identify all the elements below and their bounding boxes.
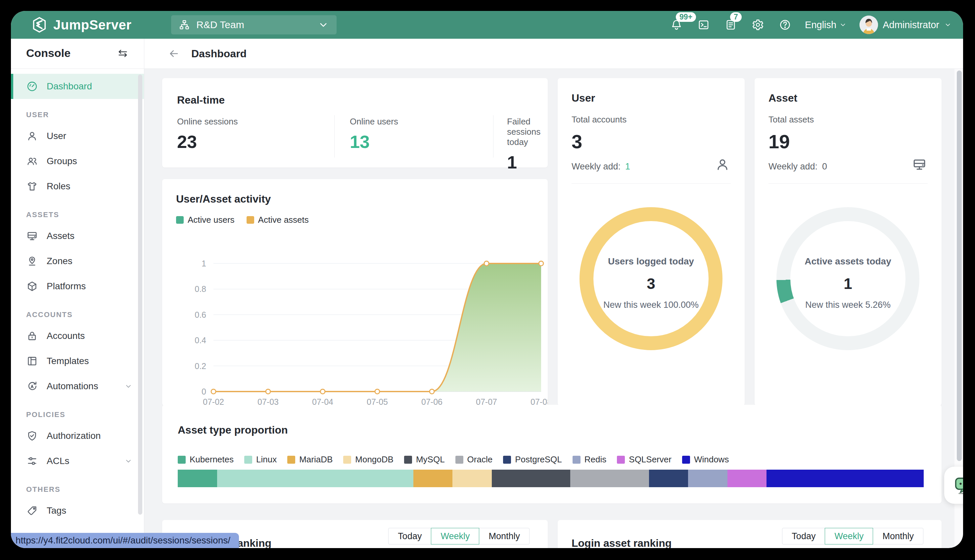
total-accounts-value: 3	[572, 130, 582, 153]
bar-segment-redis[interactable]	[688, 470, 727, 487]
org-switcher[interactable]: R&D Team	[171, 15, 337, 34]
bar-segment-oracle[interactable]	[570, 470, 649, 487]
legend-item-linux[interactable]: Linux	[244, 454, 277, 465]
legend-item-oracle[interactable]: Oracle	[455, 454, 493, 465]
period-tabs: TodayWeeklyMonthly	[388, 528, 530, 545]
bar-segment-kubernetes[interactable]	[178, 470, 217, 487]
bar-segment-mysql[interactable]	[492, 470, 570, 487]
legend-item-mysql[interactable]: MySQL	[404, 454, 445, 465]
sidebar-item-automations[interactable]: Automations	[11, 374, 144, 399]
top-bar: JumpServer R&D Team 99+ 7	[11, 11, 963, 39]
settings-button[interactable]	[751, 18, 765, 32]
active-assets-donut-chart: Active assets today 1 New this week 5.26…	[777, 207, 919, 350]
tab-today[interactable]: Today	[388, 528, 431, 545]
sidebar-item-tags[interactable]: Tags	[11, 498, 144, 523]
platforms-icon	[26, 280, 38, 292]
proportion-legend: KubernetesLinuxMariaDBMongoDBMySQLOracle…	[178, 454, 729, 465]
realtime-card: Real-time Online sessions 23 Online user…	[162, 78, 548, 167]
tab-monthly[interactable]: Monthly	[479, 528, 530, 545]
sidebar-item-acls[interactable]: ACLs	[11, 448, 144, 473]
legend-swatch	[287, 456, 295, 464]
automations-icon	[26, 380, 38, 392]
legend-item-windows[interactable]: Windows	[682, 454, 729, 465]
help-icon	[779, 18, 791, 31]
sidebar-item-dashboard[interactable]: Dashboard	[11, 74, 144, 99]
sidebar-item-label: Zones	[47, 256, 72, 267]
web-terminal-button[interactable]	[696, 18, 711, 32]
brand[interactable]: JumpServer	[31, 16, 132, 33]
account-menu[interactable]: Administrator	[860, 15, 952, 34]
sidebar-item-user[interactable]: User	[11, 123, 144, 148]
back-arrow-icon[interactable]	[167, 47, 180, 60]
bar-segment-windows[interactable]	[767, 470, 924, 487]
period-tabs: TodayWeeklyMonthly	[782, 528, 923, 545]
gear-icon	[752, 18, 764, 31]
chevron-down-icon	[317, 19, 329, 31]
bar-segment-mariadb[interactable]	[413, 470, 453, 487]
legend-item-mongodb[interactable]: MongoDB	[343, 454, 393, 465]
help-button[interactable]	[778, 18, 792, 32]
sidebar-item-label: Tags	[47, 505, 66, 516]
jumpserver-logo-icon	[31, 16, 48, 33]
sidebar-item-platforms[interactable]: Platforms	[11, 274, 144, 299]
sidebar-item-authorization[interactable]: Authorization	[11, 423, 144, 448]
avatar	[860, 15, 878, 34]
sidebar-item-templates[interactable]: Templates	[11, 348, 144, 374]
login-asset-ranking-card: Login asset ranking TodayWeeklyMonthly	[558, 520, 942, 548]
bar-segment-mongodb[interactable]	[452, 470, 492, 487]
svg-text:0.2: 0.2	[195, 362, 206, 371]
legend-item-sqlserver[interactable]: SQLServer	[617, 454, 672, 465]
main-scrollbar[interactable]	[957, 70, 962, 461]
sidebar-item-accounts[interactable]: Accounts	[11, 323, 144, 348]
sidebar-scrollbar[interactable]	[138, 75, 142, 515]
legend-item-postgresql[interactable]: PostgreSQL	[503, 454, 562, 465]
sidebar-section-assets: ASSETS	[11, 210, 144, 220]
tab-today[interactable]: Today	[782, 528, 825, 545]
sidebar-item-label: ACLs	[47, 456, 69, 466]
acls-icon	[26, 455, 38, 467]
total-assets-value: 19	[768, 130, 790, 153]
bar-segment-postgresql[interactable]	[649, 470, 688, 487]
divider	[572, 183, 731, 184]
chevron-down-icon	[124, 457, 133, 465]
chat-bubble-icon	[953, 475, 963, 495]
legend-item-redis[interactable]: Redis	[573, 454, 606, 465]
groups-icon	[26, 155, 38, 167]
sidebar-collapse-button[interactable]	[117, 47, 129, 59]
legend-swatch	[617, 456, 625, 464]
sidebar-item-zones[interactable]: Zones	[11, 248, 144, 274]
sidebar-item-groups[interactable]: Groups	[11, 148, 144, 174]
tags-icon	[26, 505, 38, 517]
asset-type-proportion-card: Asset type proportion KubernetesLinuxMar…	[162, 405, 942, 503]
total-assets-label: Total assets	[768, 115, 814, 125]
tab-weekly[interactable]: Weekly	[431, 528, 479, 545]
legend-swatch	[244, 456, 252, 464]
terminal-icon	[697, 18, 710, 31]
legend-swatch	[682, 456, 690, 464]
notifications-button[interactable]: 99+	[669, 18, 684, 32]
templates-icon	[26, 355, 38, 367]
sidebar-item-roles[interactable]: Roles	[11, 174, 144, 199]
tasks-button[interactable]: 7	[723, 18, 738, 32]
bar-segment-linux[interactable]	[217, 470, 413, 487]
legend-label: MySQL	[416, 454, 445, 465]
svg-text:0: 0	[202, 387, 206, 396]
chat-widget-button[interactable]	[944, 467, 963, 504]
language-selector[interactable]: English	[805, 20, 847, 30]
legend-item-mariadb[interactable]: MariaDB	[287, 454, 333, 465]
weekly-add: Weekly add: 1	[572, 162, 630, 172]
legend-label: Windows	[694, 454, 729, 465]
console-title: Console	[26, 47, 70, 60]
stat-online-sessions: Online sessions 23	[177, 117, 238, 152]
tab-weekly[interactable]: Weekly	[825, 528, 873, 545]
tab-monthly[interactable]: Monthly	[873, 528, 923, 545]
notifications-badge: 99+	[676, 12, 696, 22]
browser-window: JumpServer R&D Team 99+ 7	[11, 11, 963, 548]
legend-item-kubernetes[interactable]: Kubernetes	[178, 454, 234, 465]
legend-swatch	[503, 456, 511, 464]
sidebar-item-assets[interactable]: Assets	[11, 223, 144, 248]
sidebar-item-label: Groups	[47, 156, 77, 167]
activity-card: User/Asset activity Active usersActive a…	[162, 179, 548, 406]
bar-segment-sqlserver[interactable]	[727, 470, 767, 487]
activity-line-chart: 00.20.40.60.8107-0207-0307-0407-0507-060…	[162, 179, 548, 406]
